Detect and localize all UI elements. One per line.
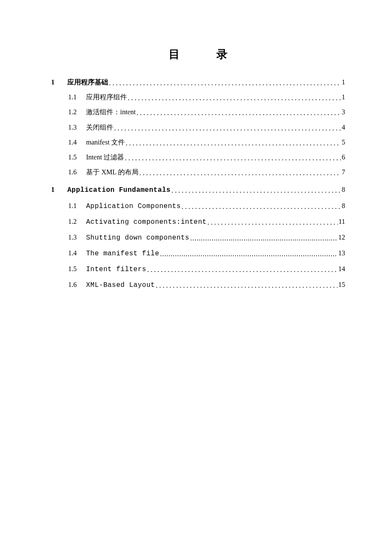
leader-dots: [171, 183, 341, 198]
page-title: 目 录: [51, 47, 345, 62]
entry-number: 1: [51, 182, 60, 197]
toc-entry-level-1: 1Application Fundamentals 8: [51, 182, 345, 198]
leader-dots: [126, 136, 341, 150]
leader-dots: [136, 105, 341, 120]
entry-title: Shutting down components: [86, 231, 189, 246]
leader-dots: [114, 121, 341, 136]
entry-page: 8: [342, 182, 345, 197]
leader-dots: [156, 278, 337, 293]
entry-title: 应用程序组件: [86, 90, 127, 104]
entry-number: 1: [51, 75, 60, 90]
toc-entry-level-2: 1.2Activating components:intent11: [51, 214, 345, 230]
entry-title: XML-Based Layout: [86, 278, 155, 293]
toc-section: 1Application Fundamentals 81.1Applicatio…: [51, 182, 345, 293]
toc-entry-level-2: 1.4The manifest file13: [51, 246, 345, 261]
entry-title: manifest 文件: [86, 135, 125, 150]
table-of-contents: 1应用程序基础11.1应用程序组件11.2激活组件：intent31.3关闭组件…: [51, 75, 345, 293]
entry-page: 5: [342, 135, 345, 150]
toc-entry-level-2: 1.3Shutting down components12: [51, 230, 345, 246]
entry-title: 基于 XML 的布局: [86, 165, 138, 179]
leader-dots: [147, 262, 337, 277]
entry-title: 应用程序基础: [67, 75, 108, 90]
entry-title: 激活组件：intent: [86, 104, 135, 119]
toc-entry-level-2: 1.4manifest 文件5: [51, 135, 345, 150]
entry-title: Application Components: [86, 199, 181, 214]
entry-number: 1.1: [68, 198, 81, 213]
leader-dots: [139, 165, 341, 180]
entry-number: 1.5: [68, 261, 81, 276]
toc-entry-level-2: 1.1应用程序组件1: [51, 90, 345, 104]
entry-number: 1.1: [68, 90, 81, 104]
entry-title: The manifest file: [86, 246, 159, 261]
toc-entry-level-2: 1.6XML-Based Layout15: [51, 277, 345, 293]
entry-number: 1.3: [68, 230, 81, 245]
leader-dots: [182, 199, 341, 214]
entry-number: 1.2: [68, 214, 81, 229]
toc-entry-level-2: 1.1Application Components8: [51, 198, 345, 214]
entry-number: 1.4: [68, 246, 81, 260]
entry-page: 14: [338, 261, 345, 276]
entry-number: 1.5: [68, 150, 81, 165]
entry-page: 8: [342, 198, 345, 213]
entry-page: 6: [342, 150, 345, 165]
entry-number: 1.3: [68, 120, 81, 135]
toc-entry-level-2: 1.3关闭组件4: [51, 120, 345, 135]
toc-entry-level-2: 1.5Intent 过滤器6: [51, 150, 345, 165]
entry-title: Application Fundamentals: [67, 183, 170, 198]
entry-page: 1: [342, 90, 345, 104]
entry-page: 12: [338, 230, 345, 245]
entry-number: 1.4: [68, 135, 81, 150]
toc-section: 1应用程序基础11.1应用程序组件11.2激活组件：intent31.3关闭组件…: [51, 75, 345, 179]
entry-page: 3: [342, 104, 345, 119]
entry-page: 13: [338, 246, 345, 260]
entry-title: 关闭组件: [86, 120, 113, 135]
entry-title: Intent filters: [86, 262, 146, 277]
entry-number: 1.6: [68, 277, 81, 292]
toc-entry-level-2: 1.5Intent filters14: [51, 261, 345, 277]
entry-page: 4: [342, 120, 345, 135]
entry-page: 15: [338, 277, 345, 292]
toc-entry-level-2: 1.2激活组件：intent3: [51, 104, 345, 119]
leader-dots: [160, 246, 337, 261]
leader-dots: [128, 90, 341, 105]
leader-dots: [125, 150, 341, 165]
entry-title: Intent 过滤器: [86, 150, 124, 165]
toc-entry-level-2: 1.6基于 XML 的布局7: [51, 165, 345, 179]
leader-dots: [208, 215, 338, 230]
leader-dots: [109, 75, 341, 90]
entry-page: 1: [342, 75, 345, 90]
entry-number: 1.2: [68, 104, 81, 119]
entry-number: 1.6: [68, 165, 81, 179]
entry-title: Activating components:intent: [86, 215, 207, 230]
entry-page: 7: [342, 165, 345, 179]
entry-page: 11: [339, 214, 345, 229]
leader-dots: [190, 231, 337, 246]
toc-entry-level-1: 1应用程序基础1: [51, 75, 345, 90]
